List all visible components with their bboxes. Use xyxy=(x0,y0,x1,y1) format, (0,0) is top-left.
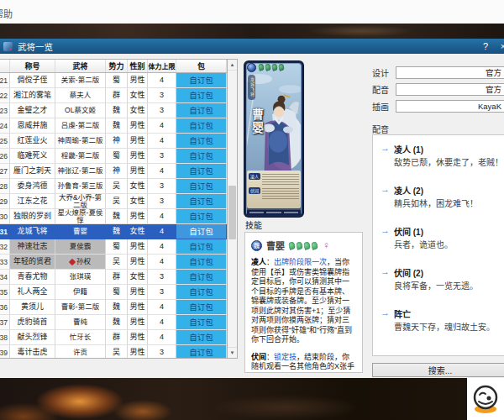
cell-gender: 女性 xyxy=(128,194,148,209)
table-row[interactable]: 529江东之花大乔&小乔-第二版吴女性3自订包 xyxy=(0,194,228,209)
cell-pack-button[interactable]: 自订包 xyxy=(176,330,227,345)
table-row[interactable]: 528委身鸿德孙鲁育-第三版吴女性3自订包 xyxy=(0,179,228,194)
table-row[interactable]: 530独眼的罗刹星火燎原-夏侯惇魏男性4自订包 xyxy=(0,209,228,224)
cell-faction: 神 xyxy=(106,164,128,179)
header-faction[interactable]: 势力 xyxy=(106,60,128,72)
titlebar-help-button[interactable]: ? xyxy=(479,39,492,54)
header-general[interactable]: 武将 xyxy=(55,60,106,72)
voice-input[interactable] xyxy=(396,83,504,96)
cell-hp: 4 xyxy=(148,118,176,134)
table-row[interactable]: 526临难死义程畿-第二版蜀男性3自订包 xyxy=(0,149,228,164)
scrollbar-thumb[interactable] xyxy=(228,186,236,239)
row-number: 531 xyxy=(0,224,10,239)
cell-title: 临难死义 xyxy=(10,149,55,164)
cell-pack-button[interactable]: 自订包 xyxy=(176,300,227,315)
cell-title: 青春尤物 xyxy=(10,270,55,285)
cell-faction: 吴 xyxy=(106,194,128,209)
table-row[interactable]: 534青春尤物张琪瑛群女性3自订包 xyxy=(0,270,228,285)
illustration-input[interactable] xyxy=(396,100,504,113)
cell-faction: 吴 xyxy=(106,179,128,194)
table-row[interactable]: 539毒计击虎许贡吴男性3自订包 xyxy=(0,345,228,359)
cell-faction: 蜀 xyxy=(106,285,128,300)
titlebar-close-button[interactable]: × xyxy=(496,39,504,54)
cell-pack-button[interactable]: 自订包 xyxy=(176,270,227,285)
table-row[interactable]: 533年轻的贤君孙权吴男性4自订包 xyxy=(0,255,228,270)
cell-pack-button[interactable]: 自订包 xyxy=(176,149,227,164)
skill-keyword: 出牌阶段限一次 xyxy=(274,258,327,266)
cell-pack-button[interactable]: 自订包 xyxy=(176,209,227,224)
cell-general: 孙权 xyxy=(55,255,106,270)
cell-gender: 男性 xyxy=(128,300,148,315)
table-row[interactable]: 523金璧之才OL蔡文姬魏女性3自订包 xyxy=(0,103,228,118)
row-number: 529 xyxy=(0,194,10,209)
table-header-row: 称号 武将 势力 性别 体力上限 包 xyxy=(0,60,228,73)
cell-pack-button[interactable]: 自订包 xyxy=(176,315,227,330)
header-pack[interactable]: 包 xyxy=(176,60,227,72)
cell-title: 湘江的雾笔 xyxy=(10,88,55,103)
table-row[interactable]: 537虎豹骑首曹纯魏男性4自订包 xyxy=(0,315,228,330)
table-row[interactable]: 527雁门之刺天神张辽-第二版神男性4自订包 xyxy=(0,164,228,179)
cell-general: 曹彰-第二版 xyxy=(55,300,106,315)
voice-skill-name: 伏间 (2) xyxy=(394,266,478,279)
cell-pack-button[interactable]: 自订包 xyxy=(176,239,227,255)
skills-section-label: 技能 xyxy=(245,218,262,231)
table-row[interactable]: 535礼人两全伊籍蜀男性3自订包 xyxy=(0,285,228,300)
scroll-down-icon[interactable]: ▼ xyxy=(228,347,237,358)
header-gender[interactable]: 性别 xyxy=(128,60,148,72)
scroll-up-icon[interactable]: ▲ xyxy=(228,60,237,71)
voice-list: →凌人 (1)敌势已颓，休要走了，老贼！→凌人 (2)精兵如林，困龙难飞！→伏间… xyxy=(372,134,504,356)
cell-pack-button[interactable]: 自订包 xyxy=(176,179,227,194)
card-skill-box: 凌人 伏间 xyxy=(247,171,301,208)
cell-faction: 群 xyxy=(106,330,128,345)
cell-faction: 魏 xyxy=(106,315,128,330)
table-row[interactable]: 538献头烈锋忙牙长群男性4自订包 xyxy=(0,330,228,345)
table-row[interactable]: 521倜傥子侄关索-第二版蜀男性4自订包 xyxy=(0,73,228,88)
table-scrollbar[interactable]: ▲ ▼ xyxy=(227,59,238,359)
table-row[interactable]: 536黄须儿曹彰-第二版魏男性4自订包 xyxy=(0,300,228,315)
header-hp[interactable]: 体力上限 xyxy=(148,60,176,72)
cell-gender: 男性 xyxy=(128,118,148,134)
magatama-icon xyxy=(288,241,296,250)
table-row[interactable]: 522湘江的雾笔蔡夫人群女性3自订包 xyxy=(0,88,228,103)
cell-pack-button[interactable]: 自订包 xyxy=(176,255,227,270)
menu-item-help[interactable]: 帮助 xyxy=(0,7,13,20)
cell-pack-button[interactable]: 自订包 xyxy=(176,345,227,359)
skill-name: 凌人 xyxy=(251,258,266,266)
cell-hp: 4 xyxy=(148,134,176,149)
cell-gender: 男性 xyxy=(128,209,148,224)
cell-pack-button[interactable]: 自订包 xyxy=(176,118,227,134)
cell-hp: 4 xyxy=(148,239,176,255)
illustration-field-row: 插画 xyxy=(372,99,504,113)
voice-entry[interactable]: →凌人 (2)精兵如林，困龙难飞！ xyxy=(373,184,504,209)
table-row[interactable]: 531龙城飞将曹婴魏女性4自订包 xyxy=(0,224,228,239)
voice-entry[interactable]: →凌人 (1)敌势已颓，休要走了，老贼！ xyxy=(373,143,504,168)
generals-table: 称号 武将 势力 性别 体力上限 包 521倜傥子侄关索-第二版蜀男性4自订包5… xyxy=(0,59,228,359)
row-number: 535 xyxy=(0,285,10,300)
cell-pack-button[interactable]: 自订包 xyxy=(176,285,227,300)
cell-pack-button[interactable]: 自订包 xyxy=(176,103,227,118)
header-title[interactable]: 称号 xyxy=(10,60,55,72)
cell-pack-button[interactable]: 自订包 xyxy=(176,88,227,103)
table-row[interactable]: 525红莲业火神周瑜-第二版神男性4自订包 xyxy=(0,134,228,149)
cell-hp: 3 xyxy=(148,103,176,118)
dialog-title: 武将一览 xyxy=(18,40,53,53)
voice-arrow-icon: → xyxy=(381,225,394,250)
voice-entry[interactable]: →伏间 (1)兵者，诡道也。 xyxy=(373,225,504,250)
cell-pack-button[interactable]: 自订包 xyxy=(176,224,227,239)
design-input[interactable] xyxy=(396,66,504,79)
cell-general: 孙鲁育-第三版 xyxy=(55,179,106,194)
search-button[interactable]: 搜索... xyxy=(372,363,504,377)
cell-pack-button[interactable]: 自订包 xyxy=(176,134,227,149)
voice-line-text: 良将军备，一览无遗。 xyxy=(394,281,478,291)
cell-general: 夏侯霸 xyxy=(55,239,106,255)
cell-pack-button[interactable]: 自订包 xyxy=(176,164,227,179)
voice-entry[interactable]: →伏间 (2)良将军备，一览无遗。 xyxy=(373,266,504,291)
table-row[interactable]: 532神速壮志夏侯霸蜀男性4自订包 xyxy=(0,239,228,255)
cell-pack-button[interactable]: 自订包 xyxy=(176,194,227,209)
table-row[interactable]: 524恩威并施吕虔-第二版魏男性4自订包 xyxy=(0,118,228,134)
cell-faction: 魏 xyxy=(106,300,128,315)
skill-description-2: 伏间：锁定技，结束阶段，你随机观看一名其他角色的X张手牌（X为全场手牌数最少的角… xyxy=(245,351,362,374)
cell-pack-button[interactable]: 自订包 xyxy=(176,73,227,88)
voice-entry[interactable]: →阵亡曹魏天下存，魂归故土安。 xyxy=(373,307,504,333)
voice-field-row: 配音 xyxy=(372,82,504,96)
